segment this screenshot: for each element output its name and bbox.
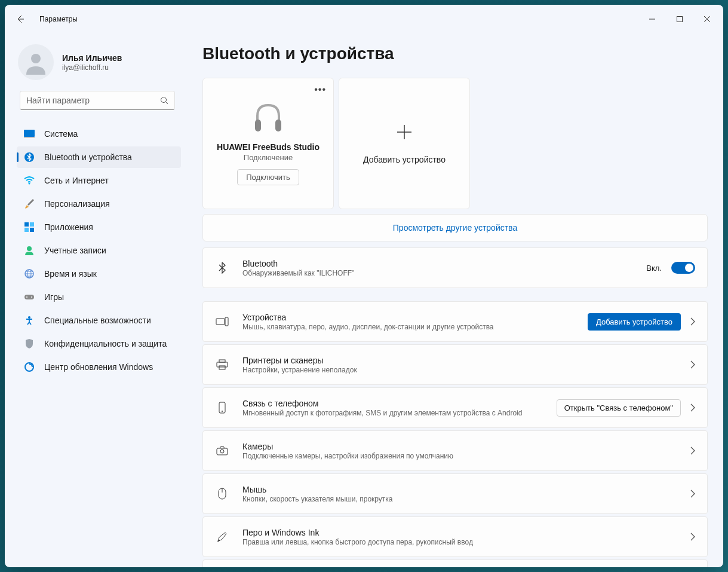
minimize-button[interactable]: [638, 10, 666, 29]
more-devices-label: Просмотреть другие устройства: [393, 223, 517, 233]
nav-label: Время и язык: [44, 269, 97, 279]
nav-gaming[interactable]: Игры: [17, 286, 181, 308]
svg-rect-9: [24, 228, 29, 232]
accounts-icon: [24, 245, 35, 256]
phone-link-row[interactable]: Связь с телефоном Мгновенный доступ к фо…: [202, 387, 708, 428]
nav-privacy[interactable]: Конфиденциальность и защита: [17, 333, 181, 354]
svg-rect-3: [24, 130, 35, 137]
nav-time-language[interactable]: Время и язык: [17, 263, 181, 285]
device-more-button[interactable]: •••: [314, 84, 326, 95]
page-title: Bluetooth и устройства: [202, 44, 708, 63]
bluetooth-toggle-row: Bluetooth Обнаруживаемый как "ILICHOFF" …: [202, 247, 708, 288]
bluetooth-row-text: Bluetooth Обнаруживаемый как "ILICHOFF": [242, 259, 633, 277]
svg-point-11: [27, 246, 32, 251]
back-button[interactable]: [12, 11, 29, 27]
row-subtitle: Кнопки, скорость указателя мыши, прокрут…: [242, 495, 677, 503]
search-input[interactable]: [26, 96, 160, 105]
nav-label: Игры: [44, 292, 64, 302]
nav-system[interactable]: Система: [17, 123, 181, 145]
row-title: Мышь: [242, 485, 677, 494]
row-text: Перо и Windows Ink Правша или левша, кно…: [242, 528, 677, 546]
brush-icon: [24, 198, 35, 209]
row-title: Устройства: [242, 313, 575, 322]
svg-rect-7: [24, 222, 29, 227]
close-icon: [704, 16, 710, 22]
mouse-row[interactable]: Мышь Кнопки, скорость указателя мыши, пр…: [202, 473, 708, 514]
bluetooth-toggle[interactable]: [671, 262, 695, 274]
device-card[interactable]: ••• HUAWEI FreeBuds Studio Подключение П…: [202, 78, 334, 209]
sidebar: Илья Ильичев ilya@ilichoff.ru Система Bl…: [5, 33, 187, 567]
row-actions: [690, 490, 695, 498]
maximize-button[interactable]: [666, 10, 693, 29]
profile-text: Илья Ильичев ilya@ilichoff.ru: [62, 53, 122, 72]
nav-accounts[interactable]: Учетные записи: [17, 240, 181, 261]
svg-point-29: [220, 449, 224, 453]
titlebar-left: Параметры: [12, 11, 78, 27]
avatar-icon: [23, 50, 48, 75]
row-title: Перо и Windows Ink: [242, 528, 677, 537]
open-phone-link-button[interactable]: Открыть "Связь с телефоном": [557, 399, 681, 417]
row-subtitle: Настройки, устранение неполадок: [242, 366, 677, 374]
svg-rect-4: [24, 137, 35, 138]
main-content[interactable]: Bluetooth и устройства ••• HUAWEI FreeBu…: [187, 33, 723, 567]
row-title: Камеры: [242, 442, 677, 451]
system-icon: [24, 129, 35, 139]
nav-network[interactable]: Сеть и Интернет: [17, 170, 181, 191]
svg-rect-10: [30, 228, 34, 232]
pen-icon: [215, 531, 229, 542]
row-title: Bluetooth: [242, 259, 633, 268]
row-subtitle: Обнаруживаемый как "ILICHOFF": [242, 269, 633, 277]
svg-point-17: [28, 316, 30, 319]
devices-row[interactable]: Устройства Мышь, клавиатура, перо, аудио…: [202, 301, 708, 342]
pen-row[interactable]: Перо и Windows Ink Правша или левша, кно…: [202, 516, 708, 557]
avatar: [18, 44, 54, 80]
chevron-right-icon: [690, 533, 695, 541]
nav-apps[interactable]: Приложения: [17, 216, 181, 238]
nav-label: Сеть и Интернет: [44, 176, 109, 185]
nav-label: Приложения: [44, 222, 93, 232]
nav-label: Специальные возможности: [44, 316, 151, 325]
chevron-right-icon: [690, 317, 695, 326]
more-devices-link[interactable]: Просмотреть другие устройства: [202, 214, 708, 241]
cameras-row[interactable]: Камеры Подключенные камеры, настройки из…: [202, 430, 708, 471]
svg-rect-25: [219, 366, 225, 369]
shield-icon: [24, 338, 35, 349]
svg-point-15: [26, 296, 27, 298]
nav-label: Bluetooth и устройства: [44, 152, 132, 162]
profile-name: Илья Ильичев: [62, 53, 122, 63]
row-actions: Добавить устройство: [588, 313, 695, 331]
headphones-icon: [251, 102, 285, 133]
autoplay-row[interactable]: Автозапуск: [202, 559, 708, 567]
apps-icon: [24, 222, 35, 233]
device-status: Подключение: [244, 153, 293, 162]
profile-email: ilya@ilichoff.ru: [62, 63, 122, 72]
row-actions: [690, 446, 695, 455]
nav: Система Bluetooth и устройства Сеть и Ин…: [5, 123, 185, 378]
add-device-button[interactable]: Добавить устройство: [588, 313, 681, 331]
row-title: Принтеры и сканеры: [242, 356, 677, 365]
svg-point-6: [29, 183, 30, 185]
chevron-right-icon: [690, 490, 695, 498]
nav-personalization[interactable]: Персонализация: [17, 193, 181, 215]
window-controls: [638, 10, 721, 29]
printers-row[interactable]: Принтеры и сканеры Настройки, устранение…: [202, 344, 708, 385]
svg-rect-20: [275, 120, 281, 131]
profile-block[interactable]: Илья Ильичев ilya@ilichoff.ru: [5, 33, 185, 91]
settings-window: Параметры Илья Ильичев ilya@ilichoff.ru: [5, 5, 723, 567]
globe-icon: [24, 268, 35, 279]
connect-button[interactable]: Подключить: [237, 169, 299, 185]
nav-accessibility[interactable]: Специальные возможности: [17, 310, 181, 331]
add-device-card[interactable]: Добавить устройство: [339, 78, 470, 209]
row-text: Принтеры и сканеры Настройки, устранение…: [242, 356, 677, 374]
nav-label: Персонализация: [44, 199, 110, 209]
nav-label: Учетные записи: [44, 246, 106, 255]
nav-windows-update[interactable]: Центр обновления Windows: [17, 356, 181, 378]
nav-bluetooth[interactable]: Bluetooth и устройства: [17, 146, 181, 168]
search-box[interactable]: [20, 91, 175, 110]
row-text: Устройства Мышь, клавиатура, перо, аудио…: [242, 313, 575, 331]
chevron-right-icon: [690, 446, 695, 455]
gamepad-icon: [24, 292, 35, 302]
close-button[interactable]: [693, 10, 721, 29]
nav-label: Конфиденциальность и защита: [44, 339, 167, 348]
svg-rect-19: [255, 120, 261, 131]
